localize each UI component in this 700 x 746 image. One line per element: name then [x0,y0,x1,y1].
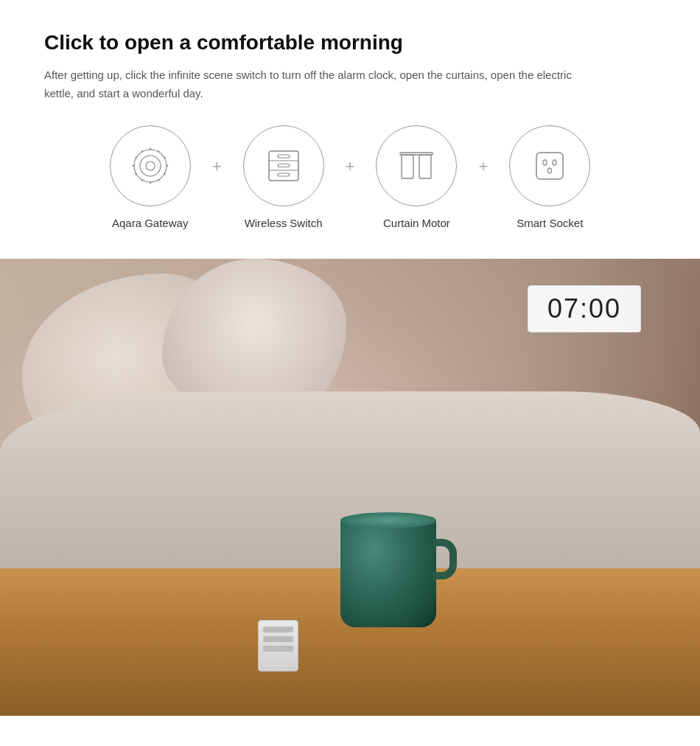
wireless-switch-circle [243,125,324,206]
svg-rect-18 [278,155,290,158]
mug [340,517,436,627]
svg-rect-23 [419,155,431,178]
small-device-lines [259,621,298,661]
top-section: Click to open a comfortable morning Afte… [0,0,700,259]
devices-row: Aqara Gateway + Wireless Switch [44,125,656,237]
page-title: Click to open a comfortable morning [44,29,656,56]
svg-point-0 [134,150,167,182]
mug-top [340,512,436,529]
clock-time: 07:00 [547,293,621,324]
svg-point-4 [158,150,159,152]
svg-point-8 [158,179,159,181]
svg-point-7 [164,173,165,175]
mug-body [340,517,436,627]
small-device-line-1 [263,627,293,632]
plus-1: + [212,157,222,197]
device-wireless-switch: Wireless Switch [225,125,343,229]
svg-rect-19 [278,164,290,167]
curtain-motor-icon [394,144,438,188]
svg-point-6 [167,165,168,167]
svg-point-11 [135,173,136,175]
plus-2: + [346,157,355,197]
svg-point-10 [141,179,143,181]
svg-rect-20 [278,173,290,176]
svg-point-5 [164,157,165,158]
svg-rect-27 [548,168,552,173]
gateway-icon [127,142,174,189]
gateway-circle [110,125,191,206]
page-description: After getting up, click the infinite sce… [44,66,604,103]
smart-socket-label: Smart Socket [517,217,583,229]
svg-point-14 [141,150,143,152]
device-smart-socket: Smart Socket [491,125,609,229]
time-display: 07:00 [528,285,641,332]
smart-socket-icon [528,144,572,188]
small-device [258,620,298,672]
svg-rect-22 [402,155,413,178]
svg-point-1 [140,156,161,176]
morning-scene: 07:00 [0,259,700,716]
curtain-motor-label: Curtain Motor [383,217,450,229]
background-photo: 07:00 [0,259,700,716]
small-device-line-2 [263,636,293,642]
svg-point-12 [133,165,134,167]
svg-point-2 [146,161,155,170]
plus-3: + [478,157,488,197]
svg-point-13 [135,157,136,158]
device-curtain-motor: Curtain Motor [357,125,475,229]
smart-socket-circle [509,125,590,206]
curtain-motor-circle [376,125,457,206]
svg-rect-25 [543,160,547,165]
gateway-label: Aqara Gateway [112,217,188,229]
svg-rect-26 [553,160,556,165]
svg-point-9 [150,182,151,184]
mug-handle [433,539,457,579]
small-device-line-3 [263,646,293,652]
svg-rect-24 [536,153,563,179]
svg-point-3 [150,148,151,150]
wireless-switch-label: Wireless Switch [245,217,323,229]
device-gateway: Aqara Gateway [91,125,209,229]
wireless-switch-icon [262,144,306,188]
